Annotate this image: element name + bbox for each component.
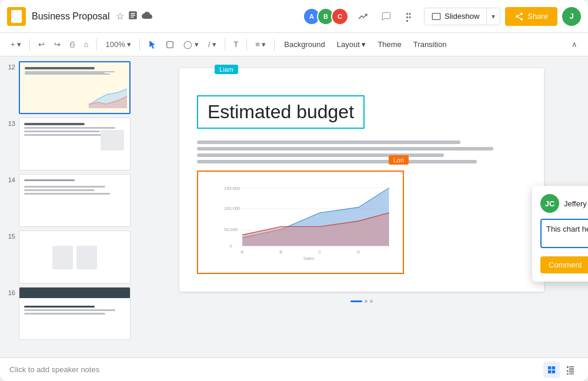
paint-format-btn[interactable]: ⌂: [81, 36, 92, 53]
main-content: 12: [0, 56, 588, 357]
slide-num-15: 15: [5, 230, 15, 240]
redo-btn[interactable]: ↪: [51, 36, 64, 53]
svg-text:0: 0: [230, 243, 232, 249]
title-icons: ☆: [116, 10, 152, 23]
slide-title-box[interactable]: Estimated budget: [197, 95, 365, 129]
comment-input[interactable]: [540, 219, 588, 248]
doc-title[interactable]: Business Proposal: [32, 11, 110, 22]
print-btn[interactable]: ⎙: [66, 36, 78, 53]
plus-icon: +: [11, 40, 15, 49]
content-line-4: [197, 160, 477, 163]
chart-container: 150,000 100,000 50,000 0: [201, 174, 400, 270]
top-bar: Business Proposal ☆ A B C: [0, 0, 588, 33]
add-btn[interactable]: + ▾: [7, 36, 25, 53]
comment-submit-button[interactable]: Comment: [540, 256, 588, 273]
slide-num-16: 16: [5, 287, 15, 296]
select-btn[interactable]: [162, 36, 178, 53]
bottom-bar: Click to add speaker notes: [0, 357, 588, 381]
zoom-btn[interactable]: 100% ▾: [102, 36, 135, 53]
slide-thumb-14[interactable]: 14: [5, 174, 131, 227]
grid-view-btn[interactable]: [543, 362, 560, 378]
app-container: Business Proposal ☆ A B C: [0, 0, 588, 381]
liam-cursor-label: Liam: [215, 65, 238, 74]
theme-label[interactable]: Theme: [373, 36, 406, 53]
lori-cursor-label: Lori: [389, 155, 409, 165]
svg-text:B: B: [279, 249, 282, 255]
transition-label[interactable]: Transition: [409, 36, 452, 53]
current-user-avatar[interactable]: J: [562, 7, 581, 26]
slideshow-button[interactable]: Slideshow: [425, 8, 486, 25]
svg-text:C: C: [318, 249, 322, 255]
svg-rect-0: [167, 41, 173, 48]
cursor-btn[interactable]: [145, 36, 160, 53]
slideshow-group: Slideshow ▾: [424, 8, 500, 25]
svg-text:Sales: Sales: [303, 256, 315, 261]
list-view-btn[interactable]: [562, 362, 579, 378]
trending-icon-btn[interactable]: [353, 7, 372, 26]
slide-num-12: 12: [5, 61, 15, 71]
comment-icon-btn[interactable]: [377, 7, 396, 26]
background-label[interactable]: Background: [279, 36, 329, 53]
share-button[interactable]: Share: [505, 7, 557, 26]
avatar-3: C: [331, 8, 349, 25]
apps-icon-btn[interactable]: [400, 7, 419, 26]
editor-area: Liam Estimated budget Lori: [135, 56, 588, 357]
chart-svg: 150,000 100,000 50,000 0: [206, 180, 395, 262]
svg-text:50,000: 50,000: [224, 227, 238, 232]
slide-thumb-16[interactable]: 16: [5, 287, 131, 340]
commenter-name: Jeffery Clark: [564, 199, 588, 208]
more-btn[interactable]: ∧: [568, 36, 581, 53]
slide-title: Estimated budget: [208, 101, 354, 122]
lori-area: Lori 150,000 100,000 50,000 0: [197, 171, 404, 274]
liam-cursor: Liam: [215, 63, 238, 74]
speaker-notes-hint[interactable]: Click to add speaker notes: [9, 365, 99, 374]
svg-text:100,000: 100,000: [224, 206, 240, 211]
slide-preview-15: [19, 230, 131, 283]
layout-label[interactable]: Layout ▾: [332, 36, 371, 53]
second-toolbar: + ▾ ↩ ↪ ⎙ ⌂ 100% ▾ ◯ ▾ / ▾ T ≡ ▾ Backgro…: [0, 33, 588, 56]
svg-text:150,000: 150,000: [224, 186, 240, 191]
slideshow-label: Slideshow: [445, 12, 479, 21]
lori-selected-area[interactable]: 150,000 100,000 50,000 0: [197, 171, 404, 274]
slide-preview-13: [19, 118, 131, 171]
comment-header: JC Jeffery Clark: [540, 194, 588, 213]
insert-text-btn[interactable]: T: [230, 36, 242, 53]
undo-btn[interactable]: ↩: [35, 36, 48, 53]
add-dropdown[interactable]: ▾: [17, 40, 21, 49]
slide-num-13: 13: [5, 118, 15, 127]
slideshow-dropdown[interactable]: ▾: [487, 9, 500, 24]
slide-canvas: Liam Estimated budget Lori: [179, 68, 544, 292]
format-btn[interactable]: ≡ ▾: [252, 36, 269, 53]
share-label: Share: [527, 12, 548, 21]
cloud-icon[interactable]: [142, 10, 152, 23]
slide-preview-14: [19, 174, 131, 227]
drive-icon[interactable]: [128, 10, 138, 23]
view-toggles: [543, 362, 579, 378]
line-btn[interactable]: / ▾: [205, 36, 220, 53]
slide-thumb-13[interactable]: 13: [5, 118, 131, 171]
app-icon: [7, 7, 26, 26]
slide-panel: 12: [0, 56, 135, 357]
avatar-group: A B C: [303, 8, 349, 25]
slide-thumb-12[interactable]: 12: [5, 61, 131, 114]
content-lines: [197, 141, 526, 163]
slide-preview-12: [19, 61, 131, 114]
collaborators: A B C Slideshow ▾: [303, 7, 581, 26]
comment-actions: Comment Cancel: [540, 256, 588, 273]
svg-text:D: D: [357, 249, 360, 255]
svg-text:A: A: [240, 249, 243, 255]
comment-box: JC Jeffery Clark Comment Cancel: [532, 186, 588, 282]
lori-cursor: Lori: [389, 154, 409, 165]
content-line-2: [197, 147, 493, 151]
shape-btn[interactable]: ◯ ▾: [180, 36, 202, 53]
slide-num-14: 14: [5, 174, 15, 183]
slide-thumb-15[interactable]: 15: [5, 230, 131, 283]
slide-dots: [350, 295, 373, 307]
slide-preview-16: [19, 287, 131, 340]
star-icon[interactable]: ☆: [116, 11, 124, 22]
comment-avatar: JC: [540, 194, 559, 213]
content-line-1: [197, 141, 460, 144]
